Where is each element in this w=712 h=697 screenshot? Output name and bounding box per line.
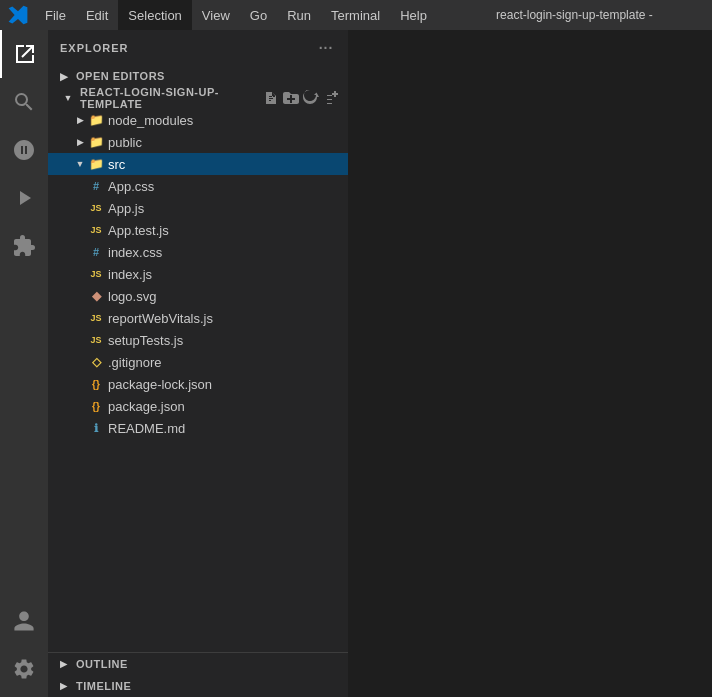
sidebar-bottom: ▶ Outline ▶ Timeline <box>48 652 348 697</box>
tree-item-src[interactable]: ▼ 📁 src <box>48 153 348 175</box>
sidebar-header: Explorer ··· <box>48 30 348 65</box>
open-editors-chevron: ▶ <box>56 68 72 84</box>
file-name: index.js <box>108 267 152 282</box>
file-name: README.md <box>108 421 185 436</box>
timeline-chevron: ▶ <box>56 678 72 694</box>
tree-item-setup-tests[interactable]: JS setupTests.js <box>48 329 348 351</box>
file-name: setupTests.js <box>108 333 183 348</box>
file-name: package.json <box>108 399 185 414</box>
file-name: logo.svg <box>108 289 156 304</box>
tree-item-package-lock[interactable]: {} package-lock.json <box>48 373 348 395</box>
activity-settings[interactable] <box>0 645 48 693</box>
no-chevron <box>72 354 88 370</box>
menu-terminal[interactable]: Terminal <box>321 0 390 30</box>
menu-help[interactable]: Help <box>390 0 437 30</box>
project-actions <box>262 89 340 107</box>
menu-selection[interactable]: Selection <box>118 0 191 30</box>
sidebar-more-actions[interactable]: ··· <box>316 38 336 58</box>
activity-bar-bottom <box>0 597 48 697</box>
collapse-all-button[interactable] <box>322 89 340 107</box>
project-root[interactable]: ▼ REACT-LOGIN-SIGN-UP-TEMPLATE <box>48 87 348 109</box>
sidebar-header-actions: ··· <box>316 38 336 58</box>
tree-item-index-js[interactable]: JS index.js <box>48 263 348 285</box>
sidebar-content: ▶ Open Editors ▼ REACT-LOGIN-SIGN-UP-TEM… <box>48 65 348 652</box>
activity-explorer[interactable] <box>0 30 48 78</box>
no-chevron <box>72 420 88 436</box>
menu-go[interactable]: Go <box>240 0 277 30</box>
js-icon: JS <box>88 200 104 216</box>
file-name: index.css <box>108 245 162 260</box>
file-name: App.css <box>108 179 154 194</box>
menu-file[interactable]: File <box>35 0 76 30</box>
activity-run-debug[interactable] <box>0 174 48 222</box>
file-name: App.test.js <box>108 223 169 238</box>
folder-chevron: ▶ <box>72 134 88 150</box>
json-icon: {} <box>88 398 104 414</box>
tree-item-app-js[interactable]: JS App.js <box>48 197 348 219</box>
folder-icon: 📁 <box>88 112 104 128</box>
new-folder-button[interactable] <box>282 89 300 107</box>
new-file-button[interactable] <box>262 89 280 107</box>
folder-chevron: ▼ <box>72 156 88 172</box>
file-name: reportWebVitals.js <box>108 311 213 326</box>
js-icon: JS <box>88 222 104 238</box>
vscode-logo <box>0 0 35 30</box>
css-icon: # <box>88 178 104 194</box>
window-title: react-login-sign-up-template - <box>437 8 712 22</box>
tree-item-logo-svg[interactable]: ◆ logo.svg <box>48 285 348 307</box>
timeline-label: Timeline <box>76 680 131 692</box>
tree-item-public[interactable]: ▶ 📁 public <box>48 131 348 153</box>
folder-chevron: ▶ <box>72 112 88 128</box>
js-icon: JS <box>88 332 104 348</box>
activity-extensions[interactable] <box>0 222 48 270</box>
file-name: package-lock.json <box>108 377 212 392</box>
file-name: public <box>108 135 142 150</box>
file-name: node_modules <box>108 113 193 128</box>
outline-section[interactable]: ▶ Outline <box>48 653 348 675</box>
menu-bar: File Edit Selection View Go Run Terminal… <box>35 0 437 30</box>
outline-label: Outline <box>76 658 128 670</box>
project-label: REACT-LOGIN-SIGN-UP-TEMPLATE <box>80 86 262 110</box>
activity-accounts[interactable] <box>0 597 48 645</box>
no-chevron <box>72 376 88 392</box>
file-name: src <box>108 157 125 172</box>
timeline-section[interactable]: ▶ Timeline <box>48 675 348 697</box>
sidebar-title: Explorer <box>60 42 129 54</box>
js-icon: JS <box>88 310 104 326</box>
file-name: .gitignore <box>108 355 161 370</box>
open-editors-section[interactable]: ▶ Open Editors <box>48 65 348 87</box>
tree-item-readme[interactable]: ℹ README.md <box>48 417 348 439</box>
tree-item-app-test-js[interactable]: JS App.test.js <box>48 219 348 241</box>
folder-icon: 📁 <box>88 156 104 172</box>
no-chevron <box>72 398 88 414</box>
menu-edit[interactable]: Edit <box>76 0 118 30</box>
git-icon: ◇ <box>88 354 104 370</box>
file-name: App.js <box>108 201 144 216</box>
tree-item-app-css[interactable]: # App.css <box>48 175 348 197</box>
project-chevron: ▼ <box>60 90 76 106</box>
sidebar: Explorer ··· ▶ Open Editors ▼ REACT-LOGI… <box>48 30 348 697</box>
title-bar: File Edit Selection View Go Run Terminal… <box>0 0 712 30</box>
activity-source-control[interactable] <box>0 126 48 174</box>
tree-item-node-modules[interactable]: ▶ 📁 node_modules <box>48 109 348 131</box>
tree-item-index-css[interactable]: # index.css <box>48 241 348 263</box>
md-icon: ℹ <box>88 420 104 436</box>
menu-view[interactable]: View <box>192 0 240 30</box>
menu-run[interactable]: Run <box>277 0 321 30</box>
main-layout: Explorer ··· ▶ Open Editors ▼ REACT-LOGI… <box>0 30 712 697</box>
css-icon: # <box>88 244 104 260</box>
js-icon: JS <box>88 266 104 282</box>
svg-icon: ◆ <box>88 288 104 304</box>
outline-chevron: ▶ <box>56 656 72 672</box>
activity-bar <box>0 30 48 697</box>
tree-item-report-web-vitals[interactable]: JS reportWebVitals.js <box>48 307 348 329</box>
json-icon: {} <box>88 376 104 392</box>
activity-search[interactable] <box>0 78 48 126</box>
tree-item-package-json[interactable]: {} package.json <box>48 395 348 417</box>
editor-area <box>348 30 712 697</box>
folder-icon: 📁 <box>88 134 104 150</box>
open-editors-label: Open Editors <box>76 70 165 82</box>
tree-item-gitignore[interactable]: ◇ .gitignore <box>48 351 348 373</box>
refresh-button[interactable] <box>302 89 320 107</box>
